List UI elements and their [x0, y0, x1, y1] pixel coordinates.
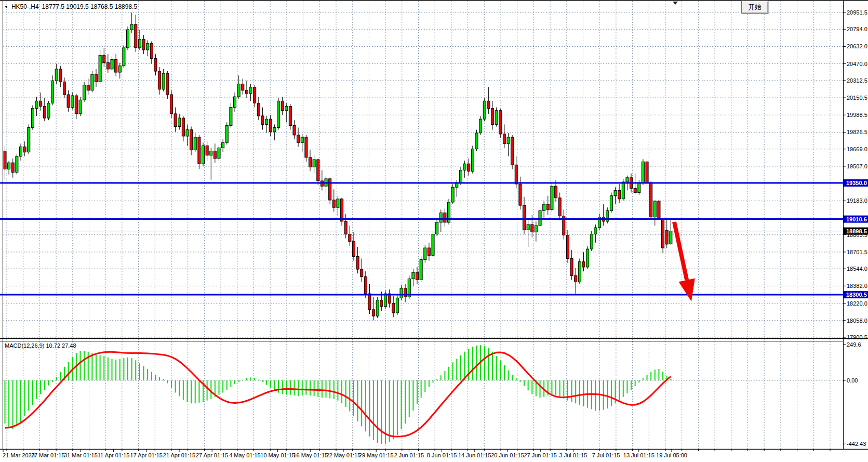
macd-axis-label: -442.43 — [847, 441, 866, 447]
price-axis-label: 18701.5 — [847, 249, 867, 255]
price-axis-label: 20150.5 — [847, 95, 867, 101]
time-axis-label: 3 Jul 01:15 — [559, 452, 587, 458]
time-axis-label: 7 Jul 01:15 — [592, 452, 620, 458]
time-axis-label: 8 Jun 01:15 — [427, 452, 457, 458]
collapse-chart-icon[interactable]: ▼ — [4, 5, 8, 9]
time-axis-label: 2 Jun 01:15 — [394, 452, 424, 458]
ohlc-values: 18777.5 19019.5 18768.5 18898.5 — [42, 3, 138, 10]
time-axis-label: 4 May 01:15 — [229, 452, 261, 458]
time-axis-label: 21 Mar 2023 — [3, 452, 35, 458]
start-button[interactable]: 开始 — [741, 1, 768, 14]
price-axis-label: 19507.0 — [847, 163, 867, 169]
time-axis-label: 11 Apr 01:15 — [98, 452, 130, 458]
time-axis-label: 20 Jun 01:15 — [491, 452, 524, 458]
time-axis-label: 14 Jun 01:15 — [458, 452, 491, 458]
price-axis-label: 19988.5 — [847, 112, 867, 118]
macd-axis-label: 0.00 — [847, 377, 858, 384]
time-axis-label: 10 May 01:15 — [260, 452, 295, 458]
hline-price-tag-text: 18300.5 — [846, 292, 867, 298]
macd-indicator-label: MACD(12,26,9) 10.72 27.48 — [5, 342, 76, 349]
price-axis-label: 20632.0 — [847, 43, 867, 49]
mt4-chart-window: 20951.520794.020632.020470.020312.520150… — [0, 0, 868, 462]
macd-axis-label: 249.6 — [847, 341, 861, 348]
price-axis-label: 18544.0 — [847, 266, 867, 272]
chart-header: ▼ HK50-,H4 18777.5 19019.5 18768.5 18898… — [4, 3, 137, 10]
price-axis-label: 19669.0 — [847, 146, 867, 152]
time-axis-label: 27 Apr 01:15 — [196, 452, 228, 458]
current-price-tag-text: 18898.5 — [846, 228, 867, 234]
price-axis-label: 17900.5 — [847, 334, 867, 340]
price-axis-label: 19826.5 — [847, 129, 867, 135]
price-axis-label: 20470.0 — [847, 61, 867, 67]
time-axis-label: 31 Mar 01:15 — [64, 452, 98, 458]
time-axis-label: 17 Apr 01:15 — [130, 452, 163, 458]
hline-price-tag-text: 19010.6 — [846, 216, 867, 222]
time-axis-label: 16 May 01:15 — [293, 452, 328, 458]
price-axis-label: 18220.0 — [847, 300, 867, 307]
price-axis-label: 20951.5 — [847, 9, 867, 16]
hline-price-tag-text: 19350.0 — [846, 180, 867, 186]
time-axis-label: 27 Jun 01:15 — [524, 452, 557, 458]
time-axis-label: 21 Apr 01:15 — [163, 452, 195, 458]
time-axis-label: 29 May 01:15 — [359, 452, 394, 458]
chart-canvas[interactable]: 20951.520794.020632.020470.020312.520150… — [0, 0, 868, 462]
price-axis-label: 20312.5 — [847, 77, 867, 84]
time-axis-label: 27 Mar 01:15 — [31, 452, 65, 458]
price-axis-label: 18382.0 — [847, 283, 867, 289]
time-axis-label: 13 Jul 01:15 — [623, 452, 655, 458]
time-axis-label: 19 Jul 05:00 — [656, 452, 687, 458]
price-axis-label: 19183.0 — [847, 197, 867, 204]
symbol-period-label: HK50-,H4 — [11, 3, 39, 10]
price-axis-label: 18058.0 — [847, 318, 867, 324]
time-axis-label: 22 May 01:15 — [326, 452, 361, 458]
price-axis-label: 20794.0 — [847, 26, 867, 32]
